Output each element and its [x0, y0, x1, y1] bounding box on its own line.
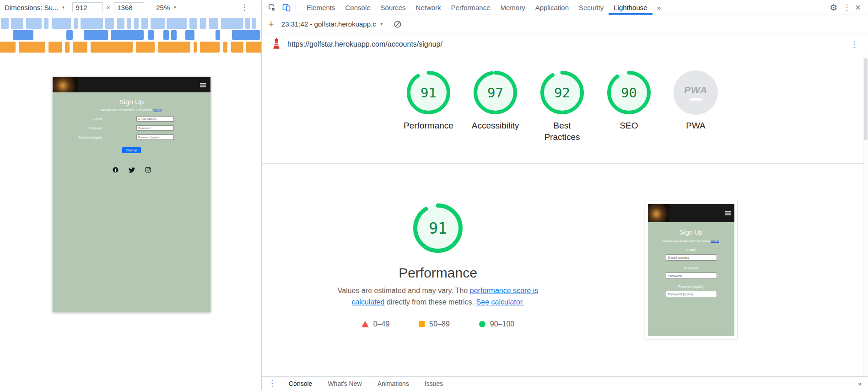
media-query-bar[interactable]	[194, 42, 197, 53]
report-menu-icon[interactable]: ⋮	[848, 40, 860, 49]
twitter-icon[interactable]	[129, 167, 135, 173]
drawer-tab-console[interactable]: Console	[282, 380, 318, 387]
form-row: Password (again):Password (again)	[53, 134, 210, 140]
media-query-bar[interactable]	[151, 18, 164, 29]
performance-score-gauge[interactable]: 91	[413, 203, 463, 255]
clear-audits-icon[interactable]	[391, 20, 404, 28]
media-query-bar[interactable]	[91, 42, 133, 53]
media-query-bar[interactable]	[167, 18, 186, 29]
media-query-bar[interactable]	[0, 42, 16, 53]
media-query-bar[interactable]	[216, 30, 220, 40]
media-query-bar[interactable]	[66, 30, 73, 40]
signup-button[interactable]: Sign up	[122, 147, 141, 153]
media-query-bar[interactable]	[136, 42, 155, 53]
media-query-bar[interactable]	[127, 18, 132, 29]
drawer-tab-animations[interactable]: Animations	[371, 380, 415, 387]
e-mail--input[interactable]: E-mail address	[136, 116, 174, 122]
drawer-more-icon[interactable]: »	[856, 379, 863, 387]
media-query-bar[interactable]	[65, 42, 70, 53]
emulated-body: Sign Up Already have an account? Then pl…	[53, 92, 210, 312]
media-query-bar[interactable]	[73, 42, 87, 53]
category-gauge-accessibility[interactable]: 97Accessibility	[468, 70, 523, 143]
media-query-bar[interactable]	[81, 18, 103, 29]
signin-link: sign in	[711, 240, 719, 242]
score-legend: 0–4950–8990–100	[361, 320, 514, 328]
media-query-bar[interactable]	[141, 18, 148, 29]
tab-security[interactable]: Security	[574, 0, 609, 15]
media-query-bar[interactable]	[223, 42, 228, 53]
height-input[interactable]	[114, 2, 144, 12]
media-query-bar[interactable]	[1, 18, 9, 29]
media-query-bar[interactable]	[105, 18, 114, 29]
device-toolbar-toggle-icon[interactable]	[279, 3, 294, 12]
tab-console[interactable]: Console	[340, 0, 376, 15]
category-gauge-best-practices[interactable]: 92Best Practices	[535, 70, 590, 143]
device-toolbar-menu-icon[interactable]: ⋮	[239, 3, 250, 12]
settings-gear-icon[interactable]: ⚙	[826, 2, 841, 13]
tab-memory[interactable]: Memory	[496, 0, 530, 15]
desc-text: directly from these metrics.	[385, 298, 476, 306]
media-query-bar[interactable]	[245, 18, 250, 29]
media-query-bar[interactable]	[232, 30, 260, 40]
media-query-bar[interactable]	[13, 30, 33, 40]
drawer-tab-issues[interactable]: Issues	[418, 380, 449, 387]
media-query-bar[interactable]	[111, 30, 144, 40]
media-query-bar[interactable]	[171, 30, 177, 40]
drawer-tab-what-s-new[interactable]: What's New	[321, 380, 368, 387]
scrollbar-thumb[interactable]	[864, 58, 868, 140]
media-query-bar[interactable]	[11, 18, 23, 29]
desc-text: Values are estimated and may vary. The	[338, 287, 470, 294]
category-gauge-pwa[interactable]: PWAPWA	[669, 70, 723, 143]
tab-performance[interactable]: Performance	[446, 0, 496, 15]
see-calculator-link[interactable]: See calculator.	[476, 298, 524, 306]
media-query-bar[interactable]	[221, 18, 243, 29]
drawer-tabs: ConsoleWhat's NewAnimationsIssues	[282, 380, 449, 387]
session-select[interactable]: 23:31:42 - golfstar.herokuapp.c ▼	[281, 20, 383, 28]
signin-link[interactable]: sign in	[153, 108, 162, 112]
facebook-icon[interactable]	[113, 167, 119, 173]
password--input[interactable]: Password	[136, 125, 174, 131]
media-query-bar[interactable]	[52, 18, 71, 29]
drawer-menu-icon[interactable]: ⋮	[266, 379, 278, 388]
media-query-bar[interactable]	[134, 18, 139, 29]
media-query-bar[interactable]	[44, 18, 49, 29]
report-scrollbar[interactable]	[863, 55, 868, 376]
media-query-bar[interactable]	[200, 18, 206, 29]
instagram-icon[interactable]	[145, 167, 151, 173]
tab-sources[interactable]: Sources	[376, 0, 411, 15]
tab-lighthouse[interactable]: Lighthouse	[609, 0, 652, 15]
media-query-bar[interactable]	[158, 42, 190, 53]
inspect-element-icon[interactable]	[264, 3, 279, 12]
brand-photo[interactable]	[53, 77, 78, 92]
media-query-bar[interactable]	[163, 30, 169, 40]
media-query-bar[interactable]	[49, 42, 62, 53]
media-query-bar[interactable]	[26, 18, 42, 29]
zoom-select[interactable]: 25% ▼	[156, 4, 177, 11]
tab-elements[interactable]: Elements	[302, 0, 340, 15]
media-query-bar[interactable]	[19, 42, 45, 53]
width-input[interactable]	[72, 2, 102, 12]
media-query-bar[interactable]	[231, 42, 243, 53]
category-gauge-performance[interactable]: 91Performance	[401, 70, 456, 143]
tab-application[interactable]: Application	[530, 0, 574, 15]
media-query-bar[interactable]	[117, 18, 124, 29]
tab-network[interactable]: Network	[411, 0, 446, 15]
devtools-menu-icon[interactable]: ⋮	[841, 3, 852, 12]
dimensions-select[interactable]: Dimensions: Su... ▼	[5, 4, 65, 11]
new-audit-button[interactable]: +	[268, 19, 274, 29]
media-query-bar[interactable]	[252, 18, 256, 29]
media-query-bar[interactable]	[189, 18, 197, 29]
media-query-bar[interactable]	[200, 42, 220, 53]
media-query-bar[interactable]	[84, 30, 108, 40]
close-devtools-icon[interactable]: ×	[852, 3, 865, 12]
hamburger-menu-icon[interactable]	[200, 85, 206, 85]
media-query-bar[interactable]	[246, 42, 261, 53]
more-tabs-icon[interactable]: »	[652, 4, 665, 11]
media-query-bar[interactable]	[148, 30, 154, 40]
password-again--input[interactable]: Password (again)	[136, 134, 174, 140]
media-query-bar[interactable]	[209, 18, 218, 29]
vertical-divider	[564, 244, 564, 289]
media-query-bar[interactable]	[74, 18, 78, 29]
category-gauge-seo[interactable]: 90SEO	[602, 70, 657, 143]
media-query-bar[interactable]	[185, 30, 194, 40]
